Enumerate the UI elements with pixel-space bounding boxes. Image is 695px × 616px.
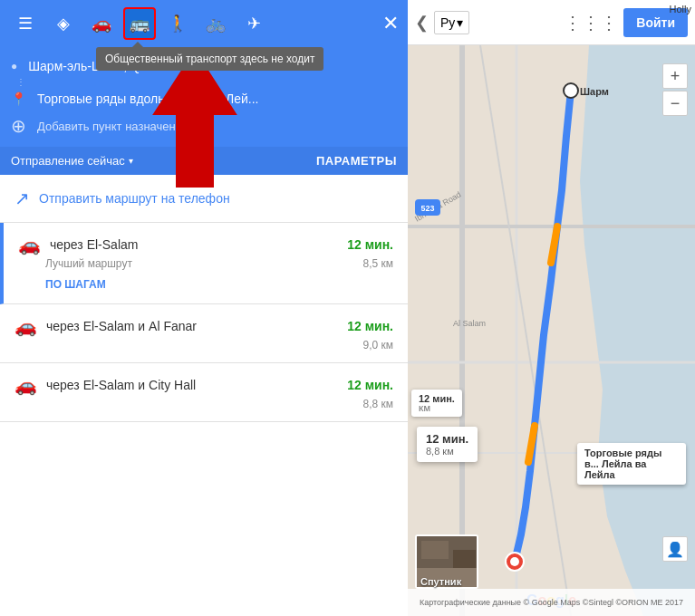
depart-text[interactable]: Отправление сейчас ▾	[11, 154, 133, 168]
route-1-dist: 8,5 км	[362, 257, 393, 270]
destination-map-label: Торговые ряды в... Лейла ва Лейла	[577, 443, 686, 485]
map-card-time: 12 мин.	[426, 432, 468, 446]
svg-text:Al Salam: Al Salam	[453, 319, 486, 328]
route-3-left: 🚗 через El-Salam и City Hall	[14, 374, 196, 396]
route-2-top: 🚗 через El-Salam и Al Fanar 12 мин.	[14, 315, 393, 337]
car-button[interactable]: 🚗	[85, 7, 118, 40]
close-button[interactable]: ✕	[382, 12, 399, 35]
flight-icon: ✈	[247, 14, 261, 34]
pegman-icon: 👤	[666, 541, 684, 558]
route-3-top: 🚗 через El-Salam и City Hall 12 мин.	[14, 374, 393, 396]
map-controls: + −	[662, 63, 688, 116]
route-1-name: через El-Salam	[50, 237, 138, 252]
destination-text: Торговые ряды вдоль Лейла ва Лей...	[37, 91, 258, 106]
route-2-left: 🚗 через El-Salam и Al Fanar	[14, 315, 197, 337]
svg-point-13	[510, 557, 519, 566]
depart-bar: Отправление сейчас ▾ ПАРАМЕТРЫ	[0, 147, 408, 175]
chevron-left-icon: ❮	[415, 14, 429, 32]
params-button[interactable]: ПАРАМЕТРЫ	[316, 154, 397, 168]
route-3-time: 12 мин.	[347, 378, 393, 392]
route-1-left: 🚗 через El-Salam	[18, 234, 138, 255]
map-area: ❮ Ру ▾ ⋮⋮⋮ Войти Holly	[408, 0, 695, 616]
send-route-row[interactable]: ↗ Отправить маршрут на телефон	[0, 175, 408, 223]
directions-icon: ◈	[57, 14, 70, 34]
lang-selector[interactable]: Ру ▾	[434, 11, 469, 34]
route-3-name: через El-Salam и City Hall	[46, 378, 196, 392]
pegman-button[interactable]: 👤	[662, 536, 688, 562]
transit-tooltip-container: 🚌 Общественный транспорт здесь не ходит	[123, 7, 156, 40]
route-1-label: Лучший маршрут	[45, 257, 132, 270]
route-item-3[interactable]: 🚗 через El-Salam и City Hall 12 мин. 8,8…	[0, 363, 408, 422]
satellite-label: Спутник	[420, 576, 461, 587]
svg-point-10	[564, 83, 578, 98]
route-2-dist: 9,0 км	[362, 339, 393, 351]
apps-grid-icon[interactable]: ⋮⋮⋮	[564, 12, 618, 34]
transit-icon: 🚌	[130, 14, 150, 34]
add-dest-row[interactable]: ⊕ Добавить пункт назначения	[11, 111, 397, 141]
map-collapse-button[interactable]: ❮	[415, 13, 429, 33]
route-list: 🚗 через El-Salam 12 мин. Лучший маршрут …	[0, 223, 408, 616]
steps-button[interactable]: ПО ШАГАМ	[45, 276, 106, 293]
route-left-indicator: 12 мин. КМ	[411, 390, 462, 417]
map-route-card: 12 мин. 8,8 км	[417, 427, 478, 462]
map-header: ❮ Ру ▾ ⋮⋮⋮ Войти Holly	[408, 0, 695, 45]
origin-dot-icon: ●	[11, 60, 17, 72]
map-svg: Шарм Ibn Sina Road Al Salam 523	[408, 45, 695, 616]
directions-button[interactable]: ◈	[47, 7, 80, 40]
holly-label: Holly	[670, 4, 691, 14]
close-icon: ✕	[382, 12, 399, 34]
add-dest-label: Добавить пункт назначения	[37, 120, 188, 133]
menu-icon: ☰	[18, 14, 33, 34]
svg-text:523: 523	[420, 204, 434, 213]
menu-button[interactable]: ☰	[9, 7, 42, 40]
svg-rect-19	[421, 541, 449, 559]
zoom-out-button[interactable]: −	[662, 91, 688, 116]
dest-pin-icon: 📍	[11, 91, 26, 106]
route-1-time: 12 мин.	[347, 237, 393, 252]
walk-button[interactable]: 🚶	[161, 7, 194, 40]
route-2-car-icon: 🚗	[14, 315, 37, 337]
add-dest-button[interactable]: ⊕	[11, 115, 26, 137]
dots-separator: ⋮	[11, 78, 397, 87]
pegman-container: 👤	[662, 536, 688, 562]
depart-arrow-icon: ▾	[129, 156, 133, 166]
route-item-2[interactable]: 🚗 через El-Salam и Al Fanar 12 мин. 9,0 …	[0, 304, 408, 363]
route-1-top: 🚗 через El-Salam 12 мин.	[18, 234, 393, 255]
lang-arrow-icon: ▾	[457, 15, 463, 30]
map-footer: Картографические данные © Google Maps ©S…	[408, 589, 695, 616]
route-2-name: через El-Salam и Al Fanar	[46, 319, 197, 333]
map-card-dist: 8,8 км	[426, 446, 468, 457]
route-1-car-icon: 🚗	[18, 234, 41, 255]
route-1-sub: Лучший маршрут 8,5 км	[18, 257, 393, 270]
route-3-dist: 8,8 км	[362, 398, 393, 410]
walk-icon: 🚶	[168, 14, 188, 34]
lang-label: Ру	[440, 15, 455, 30]
route-item-1[interactable]: 🚗 через El-Salam 12 мин. Лучший маршрут …	[0, 223, 408, 304]
transit-button[interactable]: 🚌	[123, 7, 156, 40]
transit-tooltip: Общественный транспорт здесь не ходит	[96, 47, 323, 71]
route-2-time: 12 мин.	[347, 319, 393, 333]
send-route-label: Отправить маршрут на телефон	[39, 191, 230, 206]
left-panel: ☰ ◈ 🚗 🚌 Общественный транспорт здесь не …	[0, 0, 408, 616]
flight-button[interactable]: ✈	[237, 7, 270, 40]
svg-text:Шарм: Шарм	[580, 86, 609, 97]
route-3-sub: 8,8 км	[14, 398, 393, 410]
destination-row: 📍 Торговые ряды вдоль Лейла ва Лей...	[11, 87, 397, 111]
zoom-in-button[interactable]: +	[662, 63, 688, 89]
car-icon: 🚗	[92, 14, 111, 34]
bike-button[interactable]: 🚲	[199, 7, 232, 40]
route-3-car-icon: 🚗	[14, 374, 37, 396]
send-route-icon: ↗	[14, 188, 30, 209]
bike-icon: 🚲	[206, 14, 226, 34]
map-content[interactable]: Шарм Ibn Sina Road Al Salam 523 12 мин. …	[408, 45, 695, 616]
route-2-sub: 9,0 км	[14, 339, 393, 351]
minus-icon: −	[671, 94, 681, 113]
plus-icon: +	[671, 67, 681, 86]
top-bar: ☰ ◈ 🚗 🚌 Общественный транспорт здесь не …	[0, 0, 408, 47]
